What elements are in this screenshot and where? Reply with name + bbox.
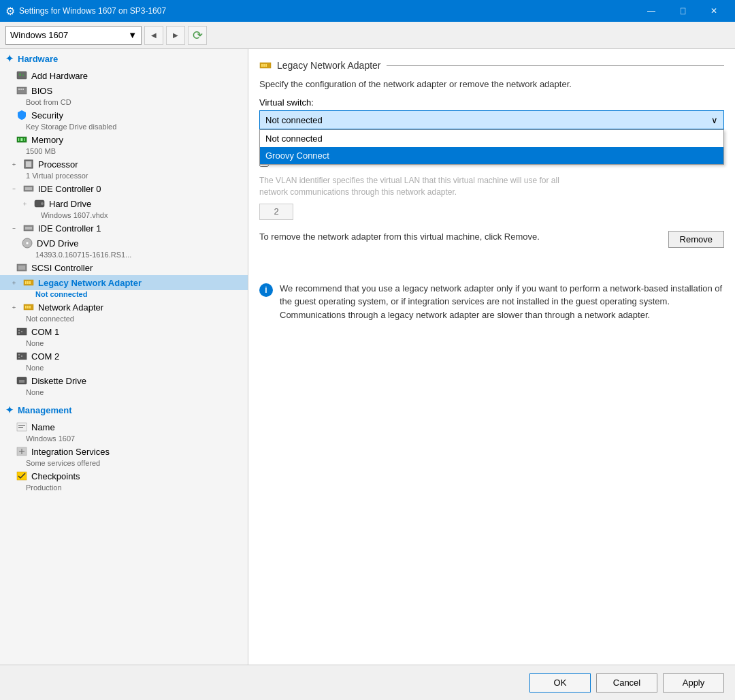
ide0-expand-icon: － [11, 185, 19, 193]
hardware-star-icon: ✦ [5, 53, 14, 64]
svg-rect-44 [18, 425, 25, 426]
refresh-button[interactable]: ⟳ [188, 26, 207, 45]
ok-button[interactable]: OK [529, 673, 591, 693]
svg-rect-26 [25, 281, 27, 284]
sidebar-item-security[interactable]: Security Key Storage Drive disabled [0, 108, 248, 132]
svg-rect-16 [25, 187, 32, 190]
name-icon [16, 421, 27, 432]
svg-point-34 [18, 330, 20, 331]
bios-label: BIOS [31, 86, 52, 96]
vlan-number: 2 [274, 206, 278, 217]
virtual-switch-dropdown[interactable]: Not connected ∨ [259, 110, 724, 129]
ide1-label: IDE Controller 1 [38, 223, 101, 234]
sidebar-item-network-adapter[interactable]: ＋ Network Adapter Not connected [0, 300, 248, 324]
sidebar-item-memory[interactable]: Memory 1500 MB [0, 132, 248, 157]
scsi-icon [16, 262, 27, 273]
checkpoints-icon [16, 471, 27, 481]
svg-rect-31 [27, 306, 29, 308]
svg-rect-12 [24, 138, 24, 141]
sidebar-item-add-hardware[interactable]: + Add Hardware [0, 68, 248, 83]
management-star-icon: ✦ [5, 404, 14, 415]
sidebar-item-legacy-nic[interactable]: ＋ Legacy Network Adapter Not connected [0, 275, 248, 300]
legacy-nic-icon [23, 277, 34, 288]
network-adapter-label: Network Adapter [38, 302, 103, 313]
sidebar-item-scsi[interactable]: SCSI Controller [0, 260, 248, 275]
forward-button[interactable]: ▶ [166, 26, 185, 45]
dropdown-option-groovy-connect[interactable]: Groovy Connect [260, 147, 723, 164]
remove-button[interactable]: Remove [668, 231, 724, 248]
hardware-section-title: Hardware [18, 54, 58, 64]
bottom-bar: OK Cancel Apply [0, 665, 735, 700]
svg-rect-32 [29, 306, 31, 308]
network-adapter-sublabel: Not connected [0, 315, 248, 324]
svg-rect-11 [22, 138, 23, 141]
legacy-nic-label: Legacy Network Adapter [38, 278, 142, 288]
panel-section-title: Legacy Network Adapter [277, 60, 381, 71]
legacy-nic-expand-icon: ＋ [11, 279, 19, 287]
hardware-section-header: ✦ Hardware [0, 49, 248, 68]
window-body: Windows 1607 ▼ ◀ ▶ ⟳ ✦ Hardware [0, 22, 735, 700]
sidebar: ✦ Hardware + Add Hardware [0, 49, 248, 665]
info-icon: i [259, 283, 273, 297]
memory-label: Memory [31, 135, 63, 145]
virtual-switch-dropdown-list: Not connected Groovy Connect [259, 129, 724, 165]
panel-nic-icon [259, 60, 272, 71]
bios-sublabel: Boot from CD [0, 98, 248, 108]
hdd-expand-icon: ＋ [22, 200, 30, 208]
sidebar-item-bios[interactable]: BIOS Boot from CD [0, 83, 248, 108]
vlan-number-box: 2 [259, 204, 293, 220]
checkpoints-sublabel: Production [0, 483, 248, 493]
management-section-title: Management [18, 405, 71, 415]
sidebar-item-dvd[interactable]: DVD Drive 14393.0.160715-1616.RS1... [0, 236, 248, 260]
svg-rect-30 [25, 306, 27, 308]
vlan-description: The VLAN identifier specifies the virtua… [259, 175, 724, 198]
ide1-expand-icon: － [11, 224, 19, 233]
sidebar-item-name[interactable]: Name Windows 1607 [0, 419, 248, 444]
memory-sublabel: 1500 MB [0, 147, 248, 157]
close-button[interactable]: ✕ [698, 0, 730, 22]
sidebar-item-processor[interactable]: ＋ Processor 1 Virtual processor [0, 157, 248, 181]
sidebar-item-hard-drive[interactable]: ＋ Hard Drive Windows 1607.vhdx [0, 196, 248, 221]
remove-description: To remove the network adapter from this … [259, 232, 540, 242]
sidebar-item-diskette[interactable]: Diskette Drive None [0, 373, 248, 398]
main-panel: Legacy Network Adapter Specify the confi… [248, 49, 735, 665]
memory-icon [16, 134, 27, 145]
svg-point-39 [18, 357, 20, 358]
virtual-switch-dropdown-container: Not connected ∨ Not connected Groovy Con… [259, 110, 724, 129]
sidebar-item-integration[interactable]: Integration Services Some services offer… [0, 444, 248, 468]
nic-expand-icon: ＋ [11, 303, 19, 312]
svg-rect-5 [20, 89, 22, 90]
content-area: ✦ Hardware + Add Hardware [0, 49, 735, 665]
com1-icon [16, 326, 27, 337]
back-button[interactable]: ◀ [144, 26, 163, 45]
svg-rect-27 [27, 281, 29, 284]
ide1-icon [23, 223, 34, 234]
maximize-button[interactable]: ⎕ [667, 0, 698, 22]
diskette-sublabel: None [0, 388, 248, 398]
toolbar: Windows 1607 ▼ ◀ ▶ ⟳ [0, 22, 735, 49]
svg-rect-6 [22, 89, 24, 90]
hdd-icon [34, 198, 45, 209]
checkpoints-label: Checkpoints [31, 471, 80, 481]
minimize-button[interactable]: — [636, 0, 667, 22]
sidebar-item-ide1[interactable]: － IDE Controller 1 [0, 221, 248, 236]
management-section-header: ✦ Management [0, 400, 248, 419]
cancel-button[interactable]: Cancel [596, 673, 657, 693]
diskette-icon [16, 375, 27, 386]
svg-rect-14 [26, 161, 31, 167]
sidebar-item-checkpoints[interactable]: Checkpoints Production [0, 468, 248, 493]
processor-icon [23, 159, 34, 170]
vm-selector-dropdown[interactable]: Windows 1607 ▼ [5, 26, 142, 45]
svg-rect-9 [20, 138, 20, 141]
svg-point-40 [21, 355, 22, 357]
svg-rect-42 [19, 380, 24, 383]
svg-point-35 [18, 332, 20, 334]
sidebar-item-ide0[interactable]: － IDE Controller 0 [0, 181, 248, 196]
svg-rect-24 [18, 266, 25, 270]
sidebar-item-com2[interactable]: COM 2 None [0, 349, 248, 373]
title-bar: ⚙ Settings for Windows 1607 on SP3-1607 … [0, 0, 735, 22]
integration-sublabel: Some services offered [0, 459, 248, 468]
apply-button[interactable]: Apply [663, 673, 724, 693]
sidebar-item-com1[interactable]: COM 1 None [0, 324, 248, 349]
dropdown-option-not-connected[interactable]: Not connected [260, 130, 723, 147]
